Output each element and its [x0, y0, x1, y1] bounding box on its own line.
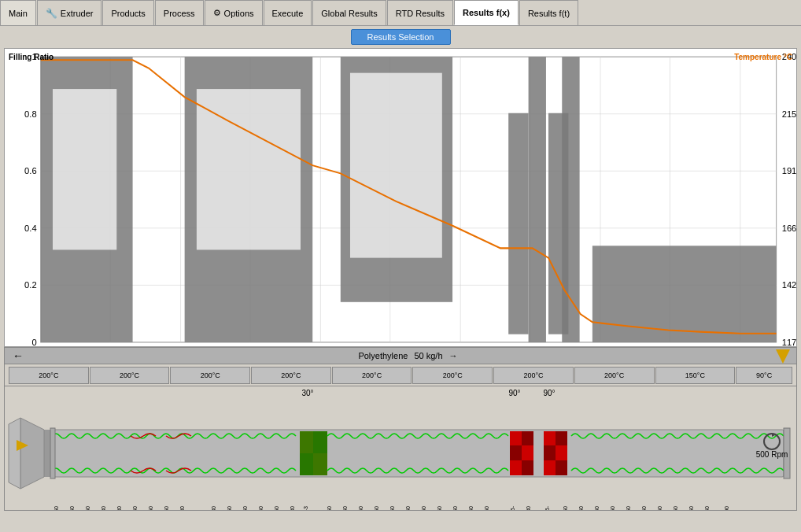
- svg-text:S-D-30-60: S-D-30-60: [688, 506, 694, 511]
- tab-global-results[interactable]: Global Results: [312, 0, 386, 25]
- temp-zone-segment: 200°C 200°C 200°C 200°C 200°C 200°C 200°…: [9, 367, 792, 384]
- gold-marker: [776, 349, 790, 364]
- navigation-bar: Main 🔧 Extruder Products Process ⚙ Optio…: [0, 0, 801, 26]
- svg-text:S-D-30-60: S-D-30-60: [437, 506, 442, 511]
- temp-zone-5: 200°C: [332, 367, 412, 384]
- svg-text:mm: mm: [779, 345, 792, 346]
- results-selection-bar: Results Selection: [0, 26, 801, 48]
- svg-text:S-D-30-60: S-D-30-60: [405, 506, 411, 511]
- svg-text:S-D-20-60: S-D-20-60: [69, 506, 75, 511]
- svg-text:S-D-30-30: S-D-30-30: [211, 506, 216, 511]
- svg-rect-73: [556, 460, 567, 475]
- svg-text:KB-N-90-5-: KB-N-90-5-: [510, 505, 515, 511]
- tab-global-results-label: Global Results: [321, 9, 378, 18]
- svg-rect-68: [544, 431, 556, 445]
- material-bar: ← Polyethylene 50 kg/h →: [4, 347, 797, 364]
- svg-text:S-D-30-60: S-D-30-60: [578, 506, 584, 511]
- svg-text:S-D-30-60: S-D-30-60: [374, 506, 379, 511]
- tab-rtd-results[interactable]: RTD Results: [387, 0, 453, 25]
- y-axis-right-label: Temperature °C: [734, 53, 792, 61]
- svg-text:142: 142: [782, 280, 796, 290]
- angle-label-90-1: 90°: [508, 389, 520, 397]
- svg-text:S-D-30-60: S-D-30-60: [227, 506, 232, 511]
- tab-options-label: Options: [224, 9, 254, 18]
- tab-products-label: Products: [111, 9, 145, 18]
- svg-text:S-D-40-90: S-D-40-90: [724, 506, 729, 511]
- svg-rect-63: [510, 445, 522, 460]
- svg-text:S-D-30-60: S-D-30-60: [258, 506, 264, 511]
- svg-text:S-D-20-60: S-D-20-60: [54, 506, 59, 511]
- svg-text:S-D-30-60: S-D-30-60: [148, 506, 153, 511]
- tab-execute[interactable]: Execute: [264, 0, 312, 25]
- temp-zones-bar: 200°C 200°C 200°C 200°C 200°C 200°C 200°…: [4, 364, 797, 386]
- temp-zone-8: 200°C: [574, 367, 655, 384]
- options-icon: ⚙: [213, 8, 221, 18]
- extruder-icon: 🔧: [46, 8, 57, 19]
- svg-text:S-D-30-60: S-D-30-60: [132, 506, 138, 511]
- svg-text:KB-N-90-5-: KB-N-90-5-: [544, 505, 550, 511]
- svg-rect-72: [544, 460, 556, 475]
- svg-text:S-D-30-30: S-D-30-30: [116, 506, 122, 511]
- svg-text:S-D-30-60: S-D-30-60: [563, 506, 568, 511]
- svg-text:166: 166: [782, 224, 796, 233]
- flow-rate-label: 50 kg/h: [414, 351, 445, 360]
- svg-text:S-D-30-60: S-D-30-60: [452, 506, 458, 511]
- svg-text:S-D-30-60: S-D-30-60: [358, 506, 364, 511]
- svg-text:S-D-30-60: S-D-30-60: [594, 506, 600, 511]
- temp-zone-6: 200°C: [412, 367, 493, 384]
- svg-rect-64: [522, 445, 533, 460]
- svg-text:S-D-30-60: S-D-30-60: [242, 506, 248, 511]
- svg-marker-51: [20, 418, 44, 489]
- tab-results-fx[interactable]: Results f(x): [454, 0, 519, 25]
- tab-main-label: Main: [9, 9, 28, 18]
- svg-rect-71: [556, 445, 567, 460]
- svg-text:S-D-30-60: S-D-30-60: [468, 506, 474, 511]
- svg-rect-65: [510, 460, 522, 475]
- svg-marker-52: [9, 418, 20, 489]
- svg-rect-20: [53, 89, 116, 249]
- svg-rect-59: [300, 431, 327, 475]
- temp-zone-7: 200°C: [493, 367, 574, 384]
- temp-zone-9: 150°C: [655, 367, 736, 384]
- svg-text:S-D-30-60: S-D-30-60: [389, 506, 395, 511]
- svg-text:| 517.5: | 517.5: [378, 345, 403, 346]
- svg-text:S-D-30-30: S-D-30-30: [179, 506, 185, 511]
- chart-svg: 1 0.8 0.6 0.4 0.2 0 240 215 191 166 142 …: [5, 49, 796, 346]
- svg-text:S-D-30-60: S-D-30-60: [626, 506, 631, 511]
- svg-text:S-D-30-60: S-D-30-60: [421, 506, 426, 511]
- svg-rect-70: [544, 445, 556, 460]
- svg-text:S-D-30-60: S-D-30-60: [274, 506, 279, 511]
- svg-rect-62: [522, 431, 533, 445]
- angle-label-30: 30°: [301, 389, 313, 397]
- tab-process-label: Process: [164, 9, 195, 18]
- temp-zone-3: 200°C: [170, 367, 250, 384]
- tab-extruder[interactable]: 🔧 Extruder: [37, 0, 102, 25]
- svg-rect-24: [350, 73, 442, 258]
- svg-rect-25: [529, 57, 546, 342]
- svg-text:S-D-30-60: S-D-30-60: [641, 506, 647, 511]
- svg-text:-45: -45: [35, 345, 46, 346]
- tab-results-ft[interactable]: Results f(t): [519, 0, 578, 25]
- tab-main[interactable]: Main: [0, 0, 36, 25]
- material-label: Polyethylene: [358, 351, 408, 360]
- svg-rect-27: [508, 113, 528, 334]
- svg-rect-29: [592, 246, 777, 342]
- svg-text:S-D-30-60: S-D-30-60: [342, 506, 348, 511]
- svg-text:S-D-31-60: S-D-31-60: [164, 506, 169, 511]
- tab-process[interactable]: Process: [155, 0, 204, 25]
- results-selection-button[interactable]: Results Selection: [351, 29, 451, 45]
- svg-text:S-D-30-60: S-D-30-60: [704, 506, 710, 511]
- tab-products[interactable]: Products: [102, 0, 153, 25]
- svg-rect-69: [556, 431, 567, 445]
- svg-text:KB-D-30-5-3: KB-D-30-5-3: [303, 506, 308, 511]
- svg-text:S-D-30-30: S-D-30-30: [290, 506, 295, 511]
- svg-text:0.2: 0.2: [24, 280, 37, 290]
- svg-text:S-D-30-30: S-D-30-30: [101, 506, 106, 511]
- svg-text:0.6: 0.6: [24, 166, 37, 175]
- chart-container: Filling Ratio Temperature °C: [4, 48, 797, 347]
- tab-execute-label: Execute: [272, 9, 304, 18]
- tab-options[interactable]: ⚙ Options: [205, 0, 263, 25]
- svg-rect-61: [510, 431, 522, 445]
- svg-text:| 798.8: | 798.8: [573, 345, 597, 346]
- svg-text:S-D-30-60: S-D-30-60: [673, 506, 678, 511]
